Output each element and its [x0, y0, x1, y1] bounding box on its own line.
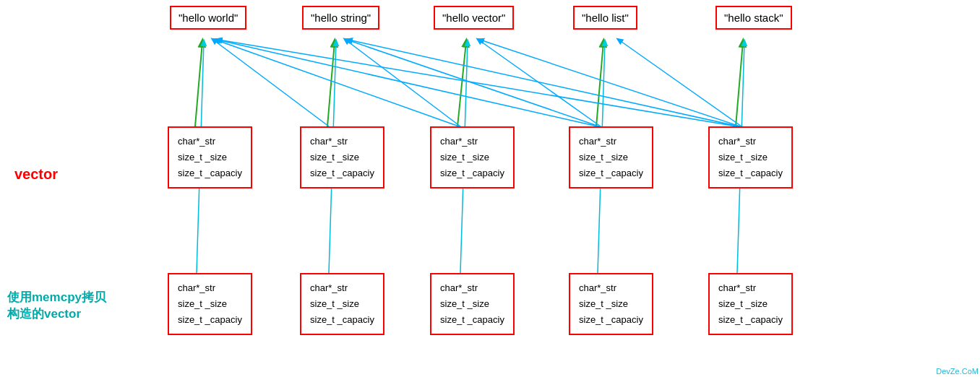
svg-line-10	[347, 40, 599, 126]
struct-bottom-1: char*_str size_t _size size_t _capaciy	[168, 273, 252, 335]
svg-line-5	[213, 40, 329, 126]
struct-top-5: char*_str size_t _size size_t _capaciy	[708, 126, 793, 188]
string-box-1: "hello world"	[170, 6, 246, 30]
svg-line-0	[195, 42, 202, 126]
svg-line-4	[736, 42, 743, 126]
string-box-2: "hello string"	[302, 6, 379, 30]
struct-bottom-3: char*_str size_t _size size_t _capaciy	[430, 273, 515, 335]
svg-line-1	[327, 42, 335, 126]
svg-line-3	[596, 42, 603, 126]
struct-top-2: char*_str size_t _size size_t _capaciy	[300, 126, 384, 188]
string-box-4: "hello list"	[573, 6, 637, 30]
struct-bottom-5: char*_str size_t _size size_t _capaciy	[708, 273, 793, 335]
field-str: char*_str	[178, 134, 242, 150]
svg-line-12	[478, 40, 601, 126]
svg-line-8	[218, 40, 737, 126]
field-size: size_t _size	[178, 150, 242, 165]
svg-line-6	[215, 40, 459, 126]
field-cap: size_t _capaciy	[178, 165, 242, 181]
watermark: DevZe.CoM	[936, 367, 979, 376]
svg-line-14	[619, 40, 742, 126]
diagram: "hello world" "hello string" "hello vect…	[0, 0, 980, 377]
struct-bottom-4: char*_str size_t _size size_t _capaciy	[569, 273, 653, 335]
struct-top-1: char*_str size_t _size size_t _capaciy	[168, 126, 252, 188]
label-memcpy: 使用memcpy拷贝 构造的vector	[7, 289, 106, 322]
label-vector: vector	[14, 166, 58, 183]
svg-line-11	[348, 40, 739, 126]
svg-line-7	[217, 40, 598, 126]
svg-line-13	[480, 40, 740, 126]
string-box-5: "hello stack"	[715, 6, 792, 30]
struct-top-4: char*_str size_t _size size_t _capaciy	[569, 126, 653, 188]
svg-line-2	[457, 42, 466, 126]
struct-bottom-2: char*_str size_t _size size_t _capaciy	[300, 273, 384, 335]
svg-line-9	[345, 40, 460, 126]
string-box-3: "hello vector"	[434, 6, 514, 30]
struct-top-3: char*_str size_t _size size_t _capaciy	[430, 126, 515, 188]
